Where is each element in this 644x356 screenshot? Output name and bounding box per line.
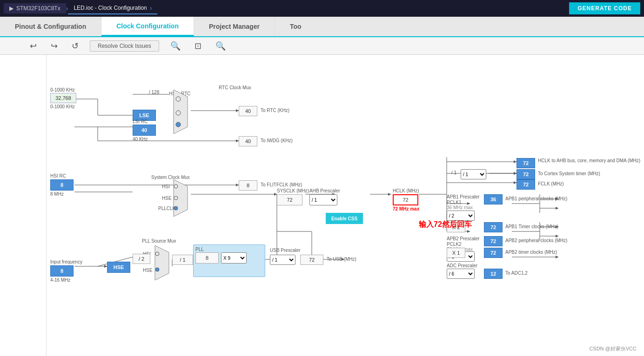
chip-icon: ▶ [9, 5, 13, 12]
sysclk-label: SYSCLK (MHz) [277, 188, 309, 193]
hsi-box[interactable]: 8 [50, 179, 74, 191]
apb1-peri-box[interactable]: 36 [484, 194, 503, 204]
generate-code-button[interactable]: GENERATE CODE [569, 2, 640, 14]
pll-mux-svg [150, 245, 174, 280]
ahb-presc-label: AHB Prescaler [309, 188, 340, 193]
hse-div-label: / 128 [149, 90, 159, 95]
svg-marker-52 [155, 245, 169, 280]
input-freq-hse-box[interactable]: 8 [50, 265, 74, 277]
hse-sys-label: HSE [162, 196, 172, 201]
hsi-rc-label: HSI RC [50, 173, 66, 178]
apb2-timer-box[interactable]: 72 [484, 248, 503, 258]
pclk1-max-label: 36 MHz max [447, 205, 473, 210]
cortex-label: To Cortex System timer (MHz) [538, 171, 600, 176]
to-rtc-box[interactable]: 40 [239, 106, 257, 116]
usb-presc-label: USB Prescaler [270, 248, 301, 253]
pll-mux-label: PLL Source Mux [142, 238, 176, 244]
apb1-div-select[interactable]: / 2 [447, 211, 475, 221]
to-flit-label: To FLITFCLK (MHz) [261, 182, 302, 187]
adc-label: To ADC1,2 [505, 270, 528, 276]
ahb-div-select[interactable]: / 1 [309, 194, 337, 205]
topbar: ▶ STM32F103C8Tx › LED.ioc - Clock Config… [0, 0, 644, 17]
pll-div1-box: / 1 [172, 255, 193, 265]
undo-button[interactable]: ↩ [27, 40, 40, 52]
input-freq-lse-label: 0-1000 KHz [50, 87, 75, 92]
pll-mul-select[interactable]: X 9 [221, 252, 247, 264]
left-panel [0, 55, 47, 356]
svg-point-54 [155, 268, 159, 271]
cortex-div-label: / 1 [451, 170, 456, 175]
input-freq-lse-unit: 0-1000 KHz [50, 104, 75, 109]
fclk-box[interactable]: 72 [517, 179, 535, 190]
cortex-box[interactable]: 72 [517, 169, 535, 179]
tab-pinout[interactable]: Pinout & Configuration [0, 17, 101, 36]
rtc-mux-label: RTC Clock Mux [219, 85, 251, 90]
input-freq-lse-box[interactable]: 32.768 [50, 93, 76, 103]
hse-box[interactable]: HSE [107, 262, 130, 273]
chip-label[interactable]: ▶ STM32F103C8Tx [4, 3, 66, 13]
zoom-in-button[interactable]: 🔍 [168, 40, 183, 52]
hclk-ahb-box[interactable]: 72 [517, 158, 535, 168]
input-freq-hse-label: Input frequency [50, 259, 82, 264]
tab-project[interactable]: Project Manager [194, 17, 275, 36]
adc-presc-label: ADC Prescaler [447, 263, 477, 268]
refresh-button[interactable]: ↺ [69, 40, 81, 52]
hclk-max-label: 72 MHz max [393, 206, 419, 211]
to-flit-box[interactable]: 8 [239, 180, 257, 191]
enable-css-button[interactable]: Enable CSS [326, 213, 363, 224]
svg-marker-48 [174, 179, 188, 217]
input-freq-hse-range: 4-16 MHz [50, 277, 70, 283]
apb1-timer-box[interactable]: 72 [484, 222, 503, 232]
hclk-label: HCLK (MHz) [393, 188, 419, 193]
hclk-ahb-label: HCLK to AHB bus, core, memory and DMA (M… [538, 158, 640, 163]
lsi-khz-label: 40 KHz [133, 137, 148, 142]
resolve-clock-button[interactable]: Resolve Clock Issues [90, 40, 159, 52]
adc-box[interactable]: 12 [484, 269, 503, 279]
hsi-mhz-label: 8 MHz [50, 191, 64, 197]
lsi-rc-label: LSI RC [133, 119, 148, 124]
to-iwdg-box[interactable]: 40 [239, 136, 257, 146]
main-area: RTC Clock Mux / 128 HSE_RTC 0-1000 KHz 3… [0, 55, 644, 356]
lsi-box[interactable]: 40 [133, 125, 156, 136]
sysclk-box[interactable]: 72 [277, 194, 302, 205]
apb1-peri-label: APB1 peripheral clocks (MHz) [505, 196, 567, 201]
annotation-text: 输入72然后回车 [419, 220, 472, 230]
apb2-x1-box: X 1 [447, 248, 465, 258]
pll-area-label: PLL [195, 247, 204, 252]
apb2-peri-box[interactable]: 72 [484, 236, 503, 246]
hclk-box[interactable]: 72 [393, 194, 418, 205]
apb1-presc-label: APB1 Prescaler [447, 194, 480, 199]
redo-button[interactable]: ↪ [48, 40, 60, 52]
apb2-presc-label: APB2 Prescaler [447, 236, 480, 241]
usb-div-select[interactable]: / 1 [270, 255, 295, 265]
tab-tools[interactable]: Too [275, 17, 644, 36]
to-iwdg-label: To IWDG (KHz) [261, 138, 293, 143]
pll-val-box[interactable]: 8 [195, 252, 219, 264]
hsi-sys-label: HSI [162, 184, 170, 189]
sys-mux-svg [169, 179, 192, 217]
file-tab[interactable]: LED.ioc - Clock Configuration › [68, 2, 157, 14]
zoom-out-button[interactable]: 🔍 [213, 40, 228, 52]
topbar-chevron2: › [150, 4, 152, 12]
nav-tabs: Pinout & Configuration Clock Configurati… [0, 17, 644, 37]
svg-marker-44 [174, 90, 188, 134]
pclk2-label: PCLK2 [447, 242, 462, 247]
apb2-peri-label: APB2 peripheral clocks (MHz) [505, 238, 567, 243]
apb1-timer-label: APB1 Timer clocks (MHz) [505, 224, 558, 229]
svg-point-47 [176, 122, 181, 127]
wires-svg [47, 55, 644, 356]
fit-button[interactable]: ⊡ [192, 40, 204, 52]
cortex-div-select[interactable]: / 1 [461, 169, 486, 179]
rtc-mux-svg [169, 90, 192, 134]
adc-div-select[interactable]: / 6 [447, 269, 475, 279]
pclk1-label: PCLK1 [447, 200, 462, 205]
pll-div2-box: / 2 [133, 254, 150, 264]
usb-val-box[interactable]: 72 [300, 255, 323, 265]
toolbar: ↩ ↪ ↺ Resolve Clock Issues 🔍 ⊡ 🔍 [0, 37, 644, 55]
pll-hse-label: HSE [143, 268, 153, 273]
clock-diagram: RTC Clock Mux / 128 HSE_RTC 0-1000 KHz 3… [47, 55, 644, 356]
to-rtc-label: To RTC (KHz) [261, 108, 289, 113]
usb-label: To USB (MHz) [327, 257, 356, 262]
tab-clock[interactable]: Clock Configuration [101, 17, 194, 36]
watermark: CSDN @好家伙VCC [589, 345, 637, 352]
